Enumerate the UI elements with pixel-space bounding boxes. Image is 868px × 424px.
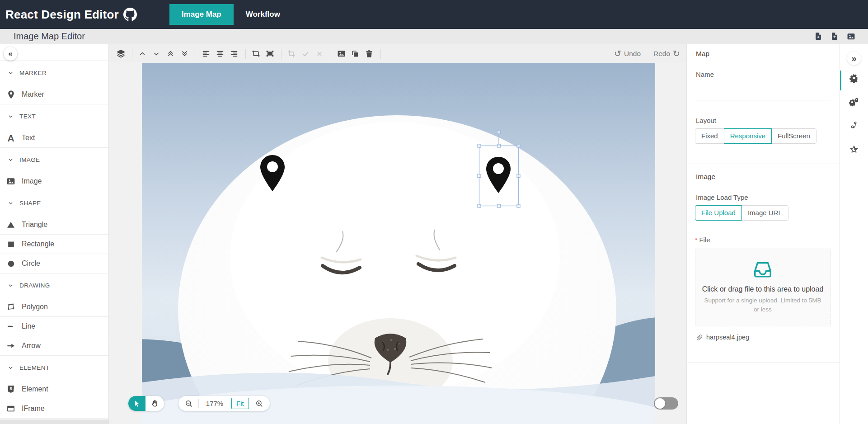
map-settings-tab-gear-icon[interactable] [849, 73, 859, 83]
pan-tool-button[interactable] [145, 396, 164, 411]
sidebar-collapse-button[interactable]: « [4, 47, 17, 61]
map-marker-object-selected[interactable] [484, 156, 512, 194]
panel-title: Map [696, 50, 709, 58]
layout-option-responsive[interactable]: Responsive [724, 128, 772, 144]
bring-to-front-icon[interactable] [164, 47, 177, 60]
layers-icon[interactable] [114, 47, 127, 60]
separator [198, 399, 199, 408]
crop-icon[interactable] [285, 47, 298, 60]
tab-workflow[interactable]: Workflow [234, 4, 292, 25]
nav-tabs: Image Map Workflow [169, 0, 292, 29]
layout-label: Layout [696, 117, 716, 124]
zoom-out-icon[interactable] [185, 400, 193, 408]
item-iframe[interactable]: IFrame [0, 399, 108, 419]
attached-file-row[interactable]: harpseal4.jpeg [696, 334, 749, 341]
load-type-image-url[interactable]: Image URL [741, 205, 788, 221]
layout-radio-group: Fixed Responsive FullScreen [695, 128, 816, 144]
duplicate-icon[interactable] [349, 47, 361, 60]
fit-button[interactable]: Fit [231, 398, 249, 409]
preview-toggle[interactable] [654, 397, 678, 410]
item-polygon[interactable]: Polygon [0, 297, 108, 317]
html5-icon: 5 [0, 385, 22, 394]
github-icon[interactable] [123, 8, 137, 21]
map-marker-object[interactable] [258, 154, 286, 192]
confirm-icon[interactable] [299, 47, 312, 60]
undo-label: Undo [624, 50, 641, 58]
item-arrow[interactable]: Arrow [0, 336, 108, 356]
cursor-icon [133, 400, 141, 407]
toolbar-separator [331, 49, 331, 59]
select-tool-button[interactable] [128, 396, 145, 411]
save-image-icon[interactable] [335, 47, 347, 60]
redo-icon: ↻ [673, 49, 680, 58]
toolbar-separator [196, 49, 196, 59]
section-shape[interactable]: SHAPE [0, 191, 108, 215]
section-label: ELEMENT [19, 364, 50, 371]
section-text[interactable]: TEXT [0, 104, 108, 128]
item-rectangle[interactable]: Rectangle [0, 235, 108, 254]
upload-json-icon[interactable] [830, 32, 839, 41]
upload-main-text: Click or drag file to this area to uploa… [695, 285, 830, 293]
name-input[interactable] [695, 83, 831, 100]
items-sidebar: « MARKER Marker TEXT A Text IMAGE Image … [0, 44, 109, 424]
hand-icon [151, 400, 159, 407]
upload-hint-text: Support for a single upload. Limited to … [695, 296, 830, 314]
delete-icon[interactable] [363, 47, 375, 60]
canvas-area: ↺ Undo Redo ↻ 177% Fit [109, 44, 686, 424]
tab-image-map[interactable]: Image Map [169, 4, 234, 25]
canvas-image-harpseal[interactable] [142, 63, 655, 424]
section-drawing[interactable]: DRAWING [0, 273, 108, 297]
section-marker[interactable]: MARKER [0, 61, 108, 85]
toolbar-separator [380, 49, 381, 59]
sidebar-scrollbar[interactable] [0, 419, 108, 424]
chevron-down-icon [8, 200, 14, 206]
cancel-icon[interactable] [313, 47, 326, 60]
align-center-icon[interactable] [214, 47, 226, 60]
section-image[interactable]: IMAGE [0, 148, 108, 172]
toolbar-separator [281, 49, 282, 59]
star-tab-icon[interactable] [849, 145, 859, 154]
send-backward-icon[interactable] [150, 47, 163, 60]
load-type-radio-group: File Upload Image URL [695, 205, 788, 221]
align-right-icon[interactable] [228, 47, 240, 60]
send-to-back-icon[interactable] [178, 47, 191, 60]
undo-button[interactable]: ↺ Undo [614, 49, 641, 58]
export-image-icon[interactable] [847, 32, 855, 41]
download-json-icon[interactable] [814, 32, 822, 41]
item-image[interactable]: Image [0, 172, 108, 191]
group-icon[interactable] [249, 47, 262, 60]
link-tab-icon[interactable] [849, 121, 859, 130]
layout-option-fullscreen[interactable]: FullScreen [771, 128, 816, 144]
item-circle[interactable]: Circle [0, 254, 108, 273]
zoom-in-icon[interactable] [255, 400, 263, 408]
rail-collapse-button[interactable]: » [847, 52, 861, 65]
item-marker[interactable]: Marker [0, 85, 108, 104]
polygon-icon [0, 302, 22, 311]
item-triangle[interactable]: Triangle [0, 215, 108, 235]
load-type-file-upload[interactable]: File Upload [695, 205, 742, 221]
item-label: Rectangle [22, 240, 54, 248]
window-icon [0, 404, 22, 413]
ungroup-icon[interactable] [263, 47, 276, 60]
name-label: Name [696, 71, 714, 78]
align-left-icon[interactable] [200, 47, 212, 60]
item-element[interactable]: 5 Element [0, 380, 108, 399]
item-label: Marker [22, 90, 44, 99]
item-text[interactable]: A Text [0, 128, 108, 148]
chevron-down-icon [8, 283, 14, 288]
redo-button[interactable]: Redo ↻ [653, 49, 680, 58]
page-title: Image Map Editor [14, 31, 85, 42]
item-label: Element [22, 385, 48, 393]
inbox-icon [695, 259, 830, 280]
layout-option-fixed[interactable]: Fixed [695, 128, 724, 144]
animations-tab-gears-icon[interactable] [849, 97, 859, 107]
top-navbar: React Design Editor Image Map Workflow [0, 0, 868, 29]
item-label: Line [22, 322, 35, 330]
file-upload-dropzone[interactable]: Click or drag file to this area to uploa… [695, 249, 830, 326]
divider [687, 164, 840, 164]
item-line[interactable]: Line [0, 317, 108, 336]
section-element[interactable]: ELEMENT [0, 356, 108, 380]
zoom-tools: 177% Fit [178, 396, 270, 411]
zoom-level: 177% [204, 400, 225, 407]
bring-forward-icon[interactable] [136, 47, 149, 60]
